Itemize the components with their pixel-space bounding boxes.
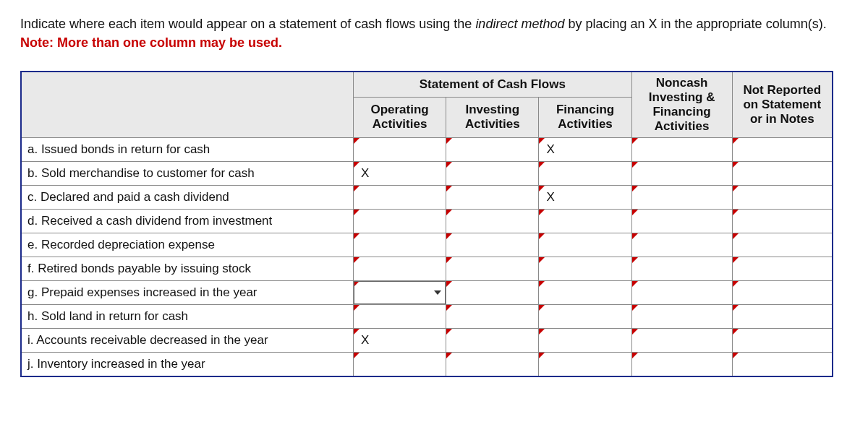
answer-cell[interactable] bbox=[353, 281, 446, 305]
answer-cell[interactable] bbox=[353, 186, 446, 210]
table-row: g. Prepaid expenses increased in the yea… bbox=[21, 281, 833, 305]
header-investing: Investing Activities bbox=[446, 97, 539, 138]
answer-cell[interactable] bbox=[631, 138, 732, 162]
row-label: g. Prepaid expenses increased in the yea… bbox=[21, 281, 353, 305]
row-label: c. Declared and paid a cash dividend bbox=[21, 186, 353, 210]
instructions-text-1: Indicate where each item would appear on… bbox=[20, 17, 475, 31]
answer-cell[interactable] bbox=[732, 138, 833, 162]
header-notreported: Not Reported on Statement or in Notes bbox=[732, 72, 833, 138]
answer-cell[interactable] bbox=[631, 162, 732, 186]
table-row: h. Sold land in return for cash bbox=[21, 305, 833, 329]
table-row: j. Inventory increased in the year bbox=[21, 353, 833, 376]
answer-cell[interactable] bbox=[446, 257, 539, 281]
answer-cell[interactable] bbox=[353, 233, 446, 257]
answer-cell[interactable] bbox=[732, 281, 833, 305]
header-financing: Financing Activities bbox=[539, 97, 631, 138]
row-label: j. Inventory increased in the year bbox=[21, 353, 353, 376]
row-label: d. Received a cash dividend from investm… bbox=[21, 210, 353, 233]
answer-cell[interactable] bbox=[539, 233, 631, 257]
row-label: f. Retired bonds payable by issuing stoc… bbox=[21, 257, 353, 281]
row-label: a. Issued bonds in return for cash bbox=[21, 138, 353, 162]
answer-cell[interactable] bbox=[539, 210, 631, 233]
answer-cell[interactable]: X bbox=[353, 162, 446, 186]
answer-cell[interactable] bbox=[732, 210, 833, 233]
answer-cell[interactable] bbox=[539, 329, 631, 353]
table-row: b. Sold merchandise to customer for cash… bbox=[21, 162, 833, 186]
header-noncash: Noncash Investing & Financing Activities bbox=[631, 72, 732, 138]
answer-cell[interactable] bbox=[732, 186, 833, 210]
cashflow-table: Statement of Cash Flows Noncash Investin… bbox=[20, 71, 833, 377]
instructions-text-2: by placing an X in the appropriate colum… bbox=[564, 17, 826, 31]
answer-cell[interactable] bbox=[446, 233, 539, 257]
answer-cell[interactable] bbox=[353, 257, 446, 281]
answer-cell[interactable] bbox=[539, 162, 631, 186]
answer-cell[interactable] bbox=[631, 186, 732, 210]
answer-cell[interactable] bbox=[446, 162, 539, 186]
row-label: i. Accounts receivable decreased in the … bbox=[21, 329, 353, 353]
answer-cell[interactable] bbox=[539, 281, 631, 305]
row-label: b. Sold merchandise to customer for cash bbox=[21, 162, 353, 186]
answer-cell[interactable] bbox=[446, 305, 539, 329]
table-row: i. Accounts receivable decreased in the … bbox=[21, 329, 833, 353]
answer-cell[interactable] bbox=[631, 281, 732, 305]
answer-cell[interactable] bbox=[446, 353, 539, 376]
answer-cell[interactable]: X bbox=[353, 329, 446, 353]
answer-cell[interactable] bbox=[732, 233, 833, 257]
answer-cell[interactable] bbox=[353, 305, 446, 329]
answer-cell[interactable] bbox=[732, 257, 833, 281]
answer-cell[interactable] bbox=[353, 138, 446, 162]
answer-cell[interactable] bbox=[631, 210, 732, 233]
answer-cell[interactable] bbox=[353, 210, 446, 233]
answer-cell[interactable] bbox=[631, 329, 732, 353]
answer-cell[interactable]: X bbox=[539, 138, 631, 162]
answer-cell[interactable] bbox=[446, 186, 539, 210]
answer-cell[interactable] bbox=[631, 233, 732, 257]
table-row: a. Issued bonds in return for cashX bbox=[21, 138, 833, 162]
table-row: e. Recorded depreciation expense bbox=[21, 233, 833, 257]
header-operating: Operating Activities bbox=[353, 97, 446, 138]
answer-cell[interactable] bbox=[631, 353, 732, 376]
answer-cell[interactable] bbox=[353, 353, 446, 376]
answer-cell[interactable] bbox=[446, 281, 539, 305]
answer-cell[interactable] bbox=[446, 138, 539, 162]
answer-cell[interactable] bbox=[539, 305, 631, 329]
answer-cell[interactable] bbox=[732, 329, 833, 353]
answer-cell[interactable] bbox=[539, 257, 631, 281]
instructions-note: Note: More than one column may be used. bbox=[20, 35, 282, 50]
answer-cell[interactable] bbox=[732, 305, 833, 329]
answer-cell[interactable]: X bbox=[539, 186, 631, 210]
header-blank bbox=[21, 72, 353, 138]
instructions-italic: indirect method bbox=[475, 17, 564, 31]
answer-cell[interactable] bbox=[631, 257, 732, 281]
table-row: c. Declared and paid a cash dividendX bbox=[21, 186, 833, 210]
row-label: e. Recorded depreciation expense bbox=[21, 233, 353, 257]
instructions-block: Indicate where each item would appear on… bbox=[20, 14, 848, 52]
row-label: h. Sold land in return for cash bbox=[21, 305, 353, 329]
header-group: Statement of Cash Flows bbox=[353, 72, 631, 97]
table-row: d. Received a cash dividend from investm… bbox=[21, 210, 833, 233]
answer-cell[interactable] bbox=[631, 305, 732, 329]
answer-cell[interactable] bbox=[446, 210, 539, 233]
answer-cell[interactable] bbox=[732, 353, 833, 376]
chevron-down-icon[interactable] bbox=[434, 290, 441, 295]
answer-cell[interactable] bbox=[539, 353, 631, 376]
answer-cell[interactable] bbox=[732, 162, 833, 186]
answer-cell[interactable] bbox=[446, 329, 539, 353]
table-row: f. Retired bonds payable by issuing stoc… bbox=[21, 257, 833, 281]
